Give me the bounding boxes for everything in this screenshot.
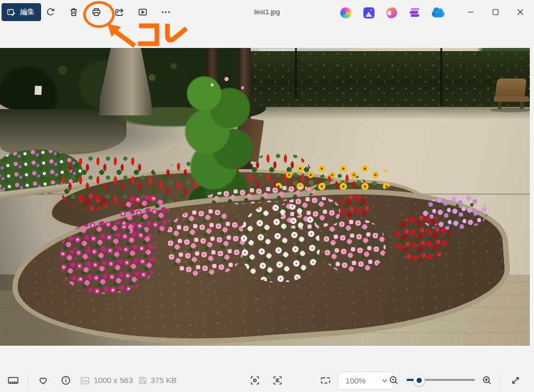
zoom-out-icon: [389, 375, 399, 386]
designer-icon: [387, 7, 397, 18]
slideshow-button[interactable]: [134, 3, 152, 21]
close-icon: [517, 9, 523, 15]
photo-layer-bench: [493, 79, 530, 111]
annotation-label: [135, 21, 190, 50]
image-dimensions-value: 1000 x 563: [94, 371, 133, 389]
fit-to-window-button[interactable]: [317, 371, 334, 389]
titlebar: 編集: [0, 0, 534, 24]
fullscreen-icon: [510, 375, 521, 386]
share-button[interactable]: [111, 3, 128, 21]
edit-image-icon: [7, 8, 16, 17]
photo-layer-hedge: [238, 51, 530, 107]
photo-layer-fencepost: [440, 48, 442, 106]
visual-search-button[interactable]: [246, 371, 264, 389]
print-button[interactable]: [87, 3, 105, 21]
statusbar-divider: [28, 373, 28, 388]
heart-icon: [38, 375, 48, 386]
maximize-button[interactable]: [483, 0, 508, 24]
maximize-icon: [492, 9, 499, 15]
fullscreen-button[interactable]: [507, 371, 525, 389]
text-actions-icon: [272, 375, 283, 386]
zoom-slider[interactable]: [407, 379, 475, 381]
photo-layer-hedge-shadow: [238, 106, 530, 120]
zoom-level-value: 100%: [345, 376, 382, 385]
copilot-button[interactable]: [337, 4, 354, 22]
more-icon: [161, 7, 171, 17]
close-button[interactable]: [508, 0, 532, 24]
photos-app: { "app": { "background_color": "#f3f3f3"…: [0, 0, 534, 392]
share-icon: [114, 7, 125, 17]
statusbar-divider: [500, 373, 501, 388]
delete-button[interactable]: [65, 3, 83, 21]
onedrive-icon: [432, 11, 444, 17]
filmstrip-icon: [7, 375, 19, 386]
text-actions-button[interactable]: [269, 371, 286, 389]
info-button[interactable]: [57, 371, 75, 389]
fit-to-window-icon: [320, 375, 331, 386]
photo-layer-fencepost: [295, 48, 297, 99]
photo-editor-icon: [363, 7, 374, 18]
print-icon: [91, 7, 102, 17]
minimize-icon: [468, 9, 474, 15]
minimize-button[interactable]: [458, 0, 483, 24]
visual-search-icon: [250, 375, 260, 386]
zoom-in-icon: [482, 375, 492, 386]
more-button[interactable]: [157, 3, 175, 21]
info-icon: [61, 375, 71, 386]
photo-layer-sign: [35, 86, 42, 95]
copilot-icon: [340, 7, 351, 18]
rotate-icon: [45, 7, 56, 17]
statusbar: 1000 x 563 375 KB: [0, 346, 534, 392]
edit-button-label: 編集: [20, 7, 35, 17]
trash-icon: [68, 7, 79, 17]
photo-canvas[interactable]: [0, 48, 530, 346]
zoom-slider-thumb[interactable]: [413, 375, 425, 386]
file-size-value: 375 KB: [151, 371, 176, 389]
photo-editor-button[interactable]: [360, 4, 378, 22]
filmstrip-button[interactable]: [4, 371, 22, 389]
slideshow-icon: [137, 7, 148, 17]
favorite-button[interactable]: [34, 371, 52, 389]
clipchamp-icon: [410, 7, 420, 18]
edit-button[interactable]: 編集: [2, 3, 41, 21]
zoom-in-button[interactable]: [478, 371, 496, 389]
clipchamp-button[interactable]: [406, 4, 424, 22]
annotation-arrow-icon: [104, 22, 138, 50]
rotate-button[interactable]: [42, 3, 60, 21]
designer-button[interactable]: [383, 4, 401, 22]
image-dimensions-icon: [80, 376, 90, 388]
onedrive-button[interactable]: [429, 4, 447, 22]
file-size-icon: [138, 376, 147, 387]
zoom-out-button[interactable]: [385, 371, 403, 389]
